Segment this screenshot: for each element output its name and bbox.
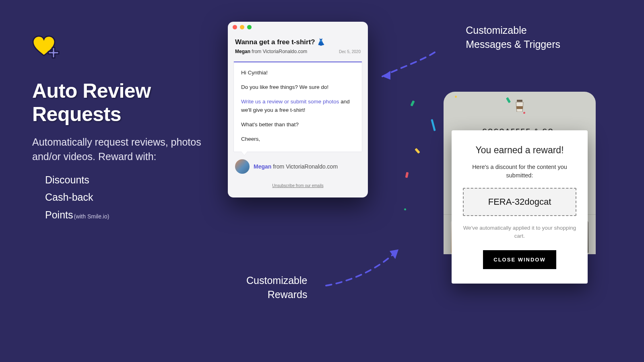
svg-rect-0 — [517, 100, 522, 102]
bullet-discounts: Discounts — [45, 171, 201, 189]
callout-rewards: Customizable Rewards — [246, 274, 307, 302]
email-cta-line: Write us a review or submit some photos … — [241, 98, 355, 115]
sender-from-word: from — [271, 163, 286, 170]
coupon-code[interactable]: FERA-32dogcat — [463, 188, 576, 216]
unsubscribe-link[interactable]: Unsubscribe from our emails — [235, 183, 361, 188]
window-close-dot[interactable] — [233, 25, 237, 29]
title-line2: Requests — [32, 103, 121, 125]
arrow-bottom — [322, 241, 407, 294]
email-line2: Do you like free things? We sure do! — [241, 83, 355, 92]
left-panel: Auto Review Requests Automatically reque… — [32, 35, 201, 224]
callout-bottom-line2: Rewards — [268, 289, 308, 300]
email-signoff: Cheers, — [241, 135, 355, 144]
title-line1: Auto Review — [32, 80, 151, 102]
page-subtitle: Automatically request reviews, photos an… — [32, 135, 201, 164]
speech-bubble-tail — [242, 152, 247, 155]
email-line4: What's better than that? — [241, 121, 355, 129]
reward-subtitle: Here's a discount for the content you su… — [463, 163, 576, 180]
window-minimize-dot[interactable] — [240, 25, 244, 29]
bullet-points-note: (with Smile.io) — [74, 213, 109, 220]
email-greeting: Hi Cynthia! — [241, 69, 355, 77]
page-title: Auto Review Requests — [32, 80, 201, 126]
email-body: Hi Cynthia! Do you like free things? We … — [233, 62, 362, 152]
svg-marker-3 — [390, 249, 398, 259]
email-from-word: from — [250, 49, 263, 54]
reward-note: We've automatically applied it to your s… — [463, 224, 576, 240]
arrow-top — [374, 48, 443, 93]
email-header: Wanna get a free t-shirt? 👗 Megan from V… — [228, 32, 368, 59]
sender-name: Megan — [254, 163, 271, 170]
email-cta-link[interactable]: Write us a review or submit some photos — [241, 99, 339, 105]
bullet-points-label: Points — [45, 209, 73, 220]
email-sender-name: Megan — [235, 49, 250, 54]
reward-title: You earned a reward! — [463, 145, 576, 156]
sender-domain: VictoriaRonaldo.com — [286, 163, 338, 170]
callout-top-line2: Messages & Triggers — [466, 39, 560, 50]
close-window-button[interactable]: CLOSE WINDOW — [483, 250, 556, 269]
sender-name-line: Megan from VictoriaRonaldo.com — [254, 163, 338, 170]
heart-plus-icon — [32, 35, 56, 56]
email-preview-window: Wanna get a free t-shirt? 👗 Megan from V… — [228, 22, 368, 197]
svg-rect-1 — [516, 106, 523, 109]
callout-bottom-line1: Customizable — [246, 275, 307, 286]
callout-messages: Customizable Messages & Triggers — [466, 23, 560, 51]
bullet-points: Points(with Smile.io) — [45, 206, 201, 224]
callout-top-line1: Customizable — [466, 25, 526, 36]
email-sender-row: Megan from VictoriaRonaldo.com — [235, 159, 361, 174]
reward-popup: You earned a reward! Here's a discount f… — [452, 130, 588, 284]
reward-options-list: Discounts Cash-back Points(with Smile.io… — [32, 171, 201, 224]
email-date: Dec 5, 2020 — [339, 49, 361, 54]
email-sender-domain: VictoriaRonaldo.com — [263, 49, 308, 54]
bullet-cashback: Cash-back — [45, 189, 201, 206]
email-footer: Megan from VictoriaRonaldo.com Unsubscri… — [228, 155, 368, 197]
window-maximize-dot[interactable] — [247, 25, 252, 29]
window-titlebar — [228, 22, 368, 32]
email-from: Megan from VictoriaRonaldo.com — [235, 49, 307, 54]
coffee-cup-icon — [514, 100, 525, 112]
email-subject: Wanna get a free t-shirt? 👗 — [235, 38, 361, 46]
sender-avatar — [235, 159, 250, 174]
